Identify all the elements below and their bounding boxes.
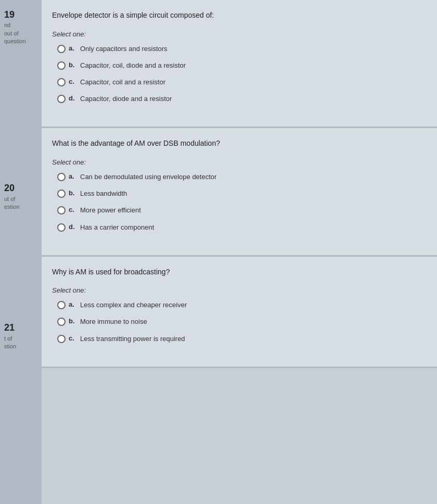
- radio-19b[interactable]: [57, 61, 66, 70]
- option-text-20b: Less bandwidth: [80, 189, 127, 198]
- sidebar-item-q21: 21 t of stion: [0, 318, 42, 354]
- option-row-20d: d. Has a carrier component: [52, 223, 421, 232]
- option-letter-20d: d.: [69, 223, 77, 231]
- option-row-21c: c. Less transmitting power is required: [52, 334, 421, 344]
- option-letter-19b: b.: [69, 61, 77, 69]
- radio-21a[interactable]: [57, 301, 66, 309]
- page-wrapper: 19 nd out of question 20 ut of estion 21…: [0, 0, 437, 504]
- select-label-21: Select one:: [52, 286, 421, 294]
- sidebar-sub-21-3: stion: [4, 343, 37, 350]
- option-text-20d: Has a carrier component: [80, 223, 154, 232]
- question-text-19: Envelope detector is a simple circuit co…: [52, 10, 421, 21]
- option-row-19a: a. Only capacitors and resistors: [52, 44, 421, 54]
- radio-19a[interactable]: [57, 45, 66, 53]
- question-block-20: What is the advantage of AM over DSB mod…: [42, 128, 437, 256]
- sidebar-sub-19-3: question: [4, 37, 37, 45]
- radio-20d[interactable]: [57, 223, 66, 232]
- question-block-19: Envelope detector is a simple circuit co…: [42, 0, 437, 128]
- sidebar-sub-20-2: ut of: [4, 195, 37, 203]
- option-letter-19d: d.: [69, 94, 77, 102]
- option-text-19d: Capacitor, diode and a resistor: [80, 94, 172, 104]
- option-text-21c: Less transmitting power is required: [80, 334, 185, 344]
- option-row-20b: b. Less bandwidth: [52, 189, 421, 198]
- option-letter-19a: a.: [69, 44, 77, 52]
- option-text-19b: Capacitor, coil, diode and a resistor: [80, 61, 186, 70]
- main-content: Envelope detector is a simple circuit co…: [42, 0, 437, 504]
- option-letter-21a: a.: [69, 300, 77, 308]
- option-letter-21c: c.: [69, 334, 77, 342]
- radio-21c[interactable]: [57, 335, 66, 343]
- question-block-21: Why is AM is used for broadcasting? Sele…: [42, 257, 437, 368]
- sidebar-number-21: 21: [4, 321, 37, 334]
- option-row-20a: a. Can be demodulated using envelope det…: [52, 172, 421, 182]
- sidebar-number-20: 20: [4, 182, 37, 195]
- option-letter-21b: b.: [69, 317, 77, 325]
- sidebar: 19 nd out of question 20 ut of estion 21…: [0, 0, 42, 504]
- option-letter-19c: c.: [69, 78, 77, 85]
- radio-19c[interactable]: [57, 78, 66, 86]
- radio-21b[interactable]: [57, 318, 66, 326]
- option-letter-20a: a.: [69, 172, 77, 180]
- question-text-20: What is the advantage of AM over DSB mod…: [52, 138, 421, 149]
- option-letter-20c: c.: [69, 206, 77, 213]
- sidebar-sub-19-2: out of: [4, 30, 37, 37]
- option-text-20a: Can be demodulated using envelope detect…: [80, 172, 216, 182]
- sidebar-item-q19: 19 nd out of question: [0, 5, 42, 48]
- radio-20c[interactable]: [57, 206, 66, 215]
- option-text-20c: More power efficient: [80, 206, 141, 215]
- option-row-19d: d. Capacitor, diode and a resistor: [52, 94, 421, 104]
- option-row-19c: c. Capacitor, coil and a resistor: [52, 78, 421, 87]
- sidebar-item-q20: 20 ut of estion: [0, 179, 42, 214]
- option-row-21b: b. More immune to noise: [52, 317, 421, 326]
- sidebar-sub-21-2: t of: [4, 335, 37, 343]
- option-text-19a: Only capacitors and resistors: [80, 44, 168, 54]
- option-text-19c: Capacitor, coil and a resistor: [80, 78, 165, 87]
- question-text-21: Why is AM is used for broadcasting?: [52, 267, 421, 278]
- sidebar-number-19: 19: [4, 8, 37, 21]
- option-letter-20b: b.: [69, 189, 77, 197]
- sidebar-sub-19-1: nd: [4, 21, 37, 29]
- select-label-20: Select one:: [52, 158, 421, 166]
- radio-19d[interactable]: [57, 95, 66, 103]
- option-row-21a: a. Less complex and cheaper receiver: [52, 300, 421, 310]
- radio-20b[interactable]: [57, 190, 66, 198]
- radio-20a[interactable]: [57, 173, 66, 181]
- select-label-19: Select one:: [52, 30, 421, 38]
- option-row-19b: b. Capacitor, coil, diode and a resistor: [52, 61, 421, 70]
- option-text-21a: Less complex and cheaper receiver: [80, 300, 187, 310]
- option-row-20c: c. More power efficient: [52, 206, 421, 215]
- option-text-21b: More immune to noise: [80, 317, 147, 326]
- sidebar-sub-20-3: estion: [4, 203, 37, 211]
